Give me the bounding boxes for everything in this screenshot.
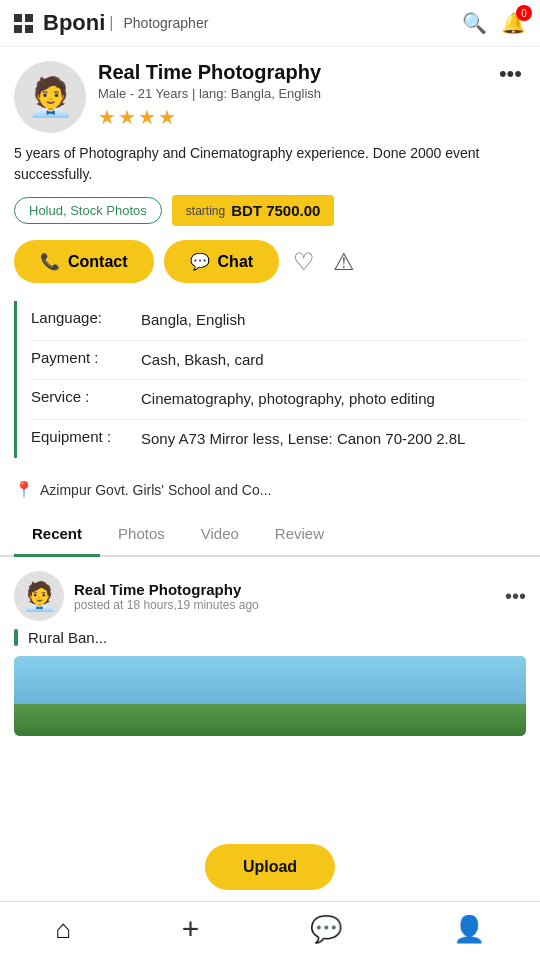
location-text: Azimpur Govt. Girls' School and Co...	[40, 482, 271, 498]
tags-price-row: Holud, Stock Photos starting BDT 7500.00	[14, 195, 526, 226]
brand-name: Bponi	[43, 10, 105, 36]
chat-label: Chat	[218, 253, 254, 271]
post-info: Real Time Photography posted at 18 hours…	[74, 581, 505, 612]
chat-button[interactable]: 💬 Chat	[164, 240, 280, 283]
notification-count: 0	[516, 5, 532, 21]
profile-name: Real Time Photography	[98, 61, 495, 84]
profile-meta: Male - 21 Years | lang: Bangla, English	[98, 86, 495, 101]
profile-info: Real Time Photography Male - 21 Years | …	[98, 61, 495, 129]
post-avatar: 🧑‍💼	[14, 571, 64, 621]
notification-bell[interactable]: 🔔 0	[501, 11, 526, 35]
profile-card: 🧑‍💼 Real Time Photography Male - 21 Year…	[0, 47, 540, 283]
svg-rect-0	[14, 656, 526, 736]
detail-label-language: Language:	[31, 309, 141, 326]
avatar-image: 🧑‍💼	[27, 75, 74, 119]
post-author-name: Real Time Photography	[74, 581, 505, 598]
tab-review[interactable]: Review	[257, 513, 342, 557]
avatar: 🧑‍💼	[14, 61, 86, 133]
detail-label-service: Service :	[31, 388, 141, 405]
location-row: 📍 Azimpur Govt. Girls' School and Co...	[0, 472, 540, 513]
tab-video[interactable]: Video	[183, 513, 257, 557]
detail-label-payment: Payment :	[31, 349, 141, 366]
post-card: 🧑‍💼 Real Time Photography posted at 18 h…	[0, 557, 540, 750]
action-row: 📞 Contact 💬 Chat ♡ ⚠	[14, 240, 526, 283]
detail-value-equipment: Sony A73 Mirror less, Lense: Canon 70-20…	[141, 428, 526, 451]
tabs-row: Recent Photos Video Review	[0, 513, 540, 557]
favorite-icon[interactable]: ♡	[289, 248, 319, 276]
profile-more-button[interactable]: •••	[495, 61, 526, 87]
contact-label: Contact	[68, 253, 128, 271]
brand-separator: |	[109, 14, 113, 32]
price-value: BDT 7500.00	[231, 202, 320, 219]
specialty-tag[interactable]: Holud, Stock Photos	[14, 197, 162, 224]
grid-icon[interactable]	[14, 14, 33, 33]
details-table: Language: Bangla, English Payment : Cash…	[14, 301, 526, 458]
detail-row: Payment : Cash, Bkash, card	[31, 341, 526, 381]
post-text: Rural Ban...	[28, 629, 107, 646]
phone-icon: 📞	[40, 252, 60, 271]
location-icon: 📍	[14, 480, 34, 499]
profile-description: 5 years of Photography and Cinematograph…	[14, 143, 526, 185]
detail-label-equipment: Equipment :	[31, 428, 141, 445]
post-more-button[interactable]: •••	[505, 585, 526, 608]
tab-photos[interactable]: Photos	[100, 513, 183, 557]
post-header: 🧑‍💼 Real Time Photography posted at 18 h…	[14, 571, 526, 621]
price-badge: starting BDT 7500.00	[172, 195, 335, 226]
detail-row: Equipment : Sony A73 Mirror less, Lense:…	[31, 420, 526, 459]
price-starting-label: starting	[186, 204, 225, 218]
post-timestamp: posted at 18 hours,19 minutes ago	[74, 598, 505, 612]
detail-value-service: Cinematography, photography, photo editi…	[141, 388, 526, 411]
chat-icon: 💬	[190, 252, 210, 271]
brand-subtitle: Photographer	[123, 15, 208, 31]
post-body: Rural Ban...	[14, 629, 526, 646]
profile-stars: ★★★★	[98, 105, 495, 129]
profile-top: 🧑‍💼 Real Time Photography Male - 21 Year…	[14, 61, 526, 133]
contact-button[interactable]: 📞 Contact	[14, 240, 154, 283]
app-header: Bponi | Photographer 🔍 🔔 0	[0, 0, 540, 47]
detail-value-payment: Cash, Bkash, card	[141, 349, 526, 372]
report-icon[interactable]: ⚠	[329, 248, 359, 276]
tab-recent[interactable]: Recent	[14, 513, 100, 557]
post-green-bar	[14, 629, 18, 646]
detail-value-language: Bangla, English	[141, 309, 526, 332]
detail-row: Language: Bangla, English	[31, 301, 526, 341]
search-icon[interactable]: 🔍	[462, 11, 487, 35]
post-image	[14, 656, 526, 736]
detail-row: Service : Cinematography, photography, p…	[31, 380, 526, 420]
